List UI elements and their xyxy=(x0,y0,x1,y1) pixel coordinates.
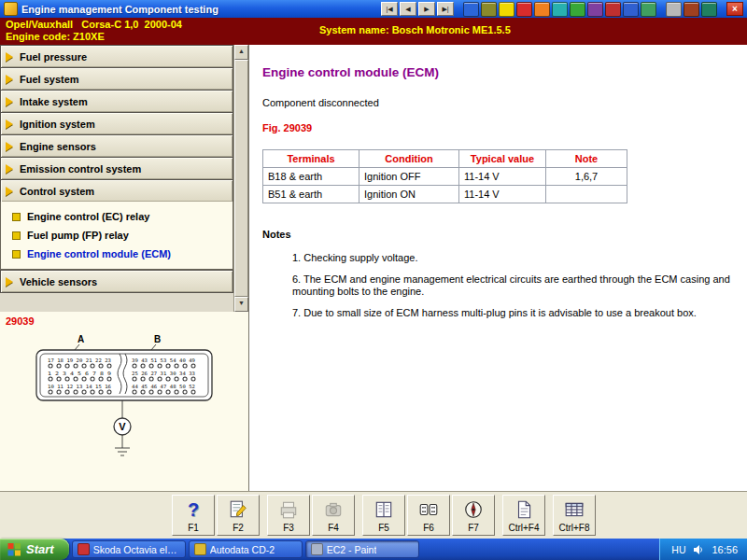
toolbar-icon-13[interactable] xyxy=(684,2,699,17)
sidebar-item-fuel-pressure[interactable]: Fuel pressure xyxy=(0,45,233,67)
submenu-item-engine-control-module[interactable]: Engine control module (ECM) xyxy=(8,245,229,263)
table-cell: 1,6,7 xyxy=(546,168,627,186)
note-item: 6. The ECM and engine management electri… xyxy=(292,273,732,298)
toolbar-icon-2[interactable] xyxy=(481,2,497,17)
nav-prev-button[interactable]: ◀ xyxy=(400,2,416,16)
pins-b-row1: 39 43 51 53 54 40 49 xyxy=(132,357,195,363)
application-window: Engine management Component testing |◀ ◀… xyxy=(0,0,747,560)
ctrl-f4-document-button[interactable]: Ctrl+F4 xyxy=(502,495,545,536)
f2-notes-button[interactable]: F2 xyxy=(217,495,260,536)
title-bar-toolbar: |◀ ◀ ▶ ▶| × xyxy=(381,2,743,17)
toolbar-icon-1[interactable] xyxy=(463,2,479,17)
notepad-icon xyxy=(228,498,248,521)
sidebar-item-label: Emission control system xyxy=(20,163,141,175)
toolbar-icon-5[interactable] xyxy=(534,2,550,17)
pins-b-row3: 44 45 46 47 48 50 52 xyxy=(132,384,195,389)
toolbar-icon-3[interactable] xyxy=(499,2,514,17)
ecm-connector-diagram: A B 17 18 19 20 21 22 23 1 2 3 4 5 6 7 8… xyxy=(25,332,223,472)
figure-reference: Fig. 29039 xyxy=(262,122,732,133)
toolbar-icon-10[interactable] xyxy=(623,2,639,17)
toolbar-icon-11[interactable] xyxy=(641,2,656,17)
sidebar-item-intake-system[interactable]: Intake system xyxy=(0,90,233,112)
table-header-row: Terminals Condition Typical value Note xyxy=(263,150,627,168)
ctrl-f8-table-button[interactable]: Ctrl+F8 xyxy=(553,495,596,536)
window-title: Engine management Component testing xyxy=(21,4,218,15)
f1-help-button[interactable]: ? F1 xyxy=(172,495,215,536)
sidebar-item-vehicle-sensors[interactable]: Vehicle sensors xyxy=(0,270,233,293)
table-cell: Ignition OFF xyxy=(359,168,459,186)
sidebar-item-engine-sensors[interactable]: Engine sensors xyxy=(0,134,233,157)
close-button[interactable]: × xyxy=(726,2,743,16)
book-icon xyxy=(374,498,394,521)
compass-icon xyxy=(463,498,484,521)
vehicle-header: Opel/Vauxhall Corsa-C 1,0 2000-04 Engine… xyxy=(0,18,747,45)
note-item: 1. Checking supply voltage. xyxy=(292,252,732,264)
nav-first-button[interactable]: |◀ xyxy=(381,2,398,16)
connector-block-b-label: B xyxy=(154,334,161,344)
arrow-icon xyxy=(6,97,13,106)
taskbar-item-autodata-cd2[interactable]: Autodata CD-2 xyxy=(189,540,303,558)
toolbar-icon-12[interactable] xyxy=(666,2,682,17)
connector-icon xyxy=(418,498,439,521)
table-row: B51 & earth Ignition ON 11-14 V xyxy=(263,186,627,203)
f6-connector-button[interactable]: F6 xyxy=(407,495,450,536)
taskbar-item-ec2-paint[interactable]: EC2 - Paint xyxy=(305,540,419,558)
scrollbar-thumb[interactable] xyxy=(234,60,248,297)
scroll-down-button[interactable]: ▼ xyxy=(234,297,248,312)
f7-locate-button[interactable]: F7 xyxy=(452,495,495,536)
voltmeter-label: V xyxy=(119,421,126,432)
table-cell: 11-14 V xyxy=(459,168,546,186)
f4-camera-button[interactable]: F4 xyxy=(312,495,355,536)
sidebar-item-label: Ignition system xyxy=(20,119,95,130)
scroll-up-button[interactable]: ▲ xyxy=(234,45,248,60)
system-tray: HU 16:56 xyxy=(659,539,747,560)
col-header-typical-value: Typical value xyxy=(459,150,546,168)
connector-block-a-label: A xyxy=(78,334,84,344)
submenu-item-engine-control-relay[interactable]: Engine control (EC) relay xyxy=(8,207,229,226)
submenu-item-label: Fuel pump (FP) relay xyxy=(27,230,129,241)
taskbar-item-skoda-octavia[interactable]: Skoda Octavia elektr... xyxy=(72,540,186,558)
nav-next-button[interactable]: ▶ xyxy=(418,2,435,16)
notes-list: 1. Checking supply voltage. 6. The ECM a… xyxy=(262,252,732,319)
submenu-item-fuel-pump-relay[interactable]: Fuel pump (FP) relay xyxy=(8,226,229,245)
control-system-submenu: Engine control (EC) relay Fuel pump (FP)… xyxy=(0,202,233,270)
table-cell: 11-14 V xyxy=(459,186,546,203)
note-item: 7. Due to small size of ECM harness mult… xyxy=(292,307,732,319)
f5-manual-button[interactable]: F5 xyxy=(362,495,405,536)
pins-b-row2: 25 26 27 31 30 34 33 xyxy=(132,371,195,376)
pins-a-row1: 17 18 19 20 21 22 23 xyxy=(48,357,111,363)
nav-last-button[interactable]: ▶| xyxy=(437,2,454,16)
clock: 16:56 xyxy=(712,544,738,555)
sidebar-item-emission-control-system[interactable]: Emission control system xyxy=(0,157,233,179)
language-indicator[interactable]: HU xyxy=(671,544,685,555)
document-icon xyxy=(514,498,534,521)
arrow-icon xyxy=(6,119,13,129)
arrow-icon xyxy=(6,75,13,84)
sidebar-item-ignition-system[interactable]: Ignition system xyxy=(0,112,233,134)
submenu-item-label: Engine control module (ECM) xyxy=(27,248,171,259)
table-cell: B18 & earth xyxy=(263,168,359,186)
toolbar-icon-9[interactable] xyxy=(605,2,621,17)
bullet-icon xyxy=(12,250,21,259)
sidebar-item-control-system[interactable]: Control system xyxy=(0,179,233,202)
sidebar-scrollbar[interactable]: ▲ ▼ xyxy=(233,45,248,312)
task-icon xyxy=(78,543,90,555)
app-icon xyxy=(4,2,18,16)
toolbar-icon-4[interactable] xyxy=(516,2,532,17)
toolbar-icon-14[interactable] xyxy=(701,2,717,17)
toolbar-icon-8[interactable] xyxy=(587,2,603,17)
system-name: System name: Bosch Motronic ME1.5.5 xyxy=(319,24,511,35)
windows-logo-icon xyxy=(7,542,21,556)
sidebar-item-fuel-system[interactable]: Fuel system xyxy=(0,67,233,90)
toolbar-icon-6[interactable] xyxy=(552,2,568,17)
task-icon xyxy=(194,543,206,555)
volume-icon[interactable] xyxy=(693,544,704,555)
content-panel: Engine control module (ECM) Component di… xyxy=(249,45,747,491)
start-button[interactable]: Start xyxy=(0,539,69,560)
arrow-icon xyxy=(6,142,13,151)
f3-print-button[interactable]: F3 xyxy=(267,495,310,536)
table-cell: B51 & earth xyxy=(263,186,359,203)
toolbar-icon-7[interactable] xyxy=(570,2,585,17)
figure-panel: 29039 A B 17 18 19 20 21 22 23 1 2 3 4 5… xyxy=(0,312,248,491)
sidebar-menu: Fuel pressure Fuel system Intake system … xyxy=(0,45,248,312)
